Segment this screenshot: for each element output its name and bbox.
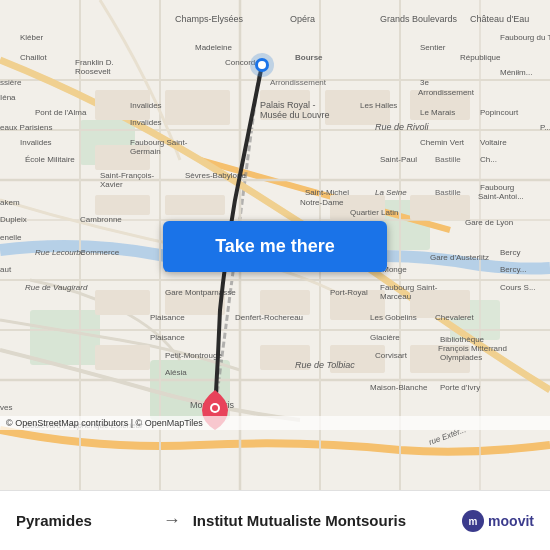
svg-text:École Militaire: École Militaire	[25, 155, 75, 164]
svg-text:Cours S...: Cours S...	[500, 283, 536, 292]
svg-rect-20	[165, 90, 230, 125]
svg-text:La Seine: La Seine	[375, 188, 407, 197]
svg-text:Bastille: Bastille	[435, 155, 461, 164]
svg-text:Cambronne: Cambronne	[80, 215, 122, 224]
svg-text:m: m	[469, 516, 478, 527]
svg-text:Bastille: Bastille	[435, 188, 461, 197]
svg-text:Chevaleret: Chevaleret	[435, 313, 474, 322]
svg-text:enelle: enelle	[0, 233, 22, 242]
attribution-text: © OpenStreetMap contributors | © OpenMap…	[6, 418, 203, 428]
svg-text:Rue de Vaugirard: Rue de Vaugirard	[25, 283, 88, 292]
svg-rect-25	[95, 195, 150, 215]
svg-text:Saint-Michel: Saint-Michel	[305, 188, 349, 197]
svg-rect-28	[410, 195, 470, 220]
take-me-there-button[interactable]: Take me there	[163, 221, 387, 272]
svg-text:Invalides: Invalides	[130, 118, 162, 127]
svg-text:Saint-Antoi...: Saint-Antoi...	[478, 192, 524, 201]
svg-text:Opéra: Opéra	[290, 14, 315, 24]
svg-text:Iéna: Iéna	[0, 93, 16, 102]
svg-text:Germain: Germain	[130, 147, 161, 156]
svg-rect-5	[30, 310, 100, 365]
svg-text:Voltaire: Voltaire	[480, 138, 507, 147]
svg-text:Plaisance: Plaisance	[150, 313, 185, 322]
svg-text:Le Marais: Le Marais	[420, 108, 455, 117]
svg-text:Bercy...: Bercy...	[500, 265, 527, 274]
svg-text:Popincourt: Popincourt	[480, 108, 519, 117]
svg-text:Kléber: Kléber	[20, 33, 43, 42]
svg-text:Plaisance: Plaisance	[150, 333, 185, 342]
svg-text:aut: aut	[0, 265, 12, 274]
svg-text:Palais Royal -: Palais Royal -	[260, 100, 316, 110]
svg-rect-29	[95, 290, 150, 315]
svg-text:Chaillot: Chaillot	[20, 53, 47, 62]
svg-text:Roosevelt: Roosevelt	[75, 67, 111, 76]
svg-rect-31	[260, 290, 310, 315]
moovit-logo-text: moovit	[488, 513, 534, 529]
svg-text:akem: akem	[0, 198, 20, 207]
svg-text:Gare de Lyon: Gare de Lyon	[465, 218, 513, 227]
svg-text:Denfert-Rochereau: Denfert-Rochereau	[235, 313, 303, 322]
svg-text:ves: ves	[0, 403, 12, 412]
svg-text:République: République	[460, 53, 501, 62]
svg-text:Les Gobelins: Les Gobelins	[370, 313, 417, 322]
svg-text:Saint-François-: Saint-François-	[100, 171, 155, 180]
svg-text:Grands Boulevards: Grands Boulevards	[380, 14, 458, 24]
svg-text:Madeleine: Madeleine	[195, 43, 232, 52]
svg-text:Bourse: Bourse	[295, 53, 323, 62]
svg-text:Commerce: Commerce	[80, 248, 120, 257]
svg-text:Sentier: Sentier	[420, 43, 446, 52]
svg-text:Porte d'Ivry: Porte d'Ivry	[440, 383, 480, 392]
svg-text:Musée du Louvre: Musée du Louvre	[260, 110, 330, 120]
svg-point-129	[258, 61, 266, 69]
svg-text:Bercy: Bercy	[500, 248, 520, 257]
svg-text:Les Halles: Les Halles	[360, 101, 397, 110]
svg-text:Dupleix: Dupleix	[0, 215, 27, 224]
station-to: Institut Mutualiste Montsouris	[193, 512, 462, 529]
svg-text:Faubourg Saint-: Faubourg Saint-	[380, 283, 438, 292]
svg-text:Arrondissement: Arrondissement	[270, 78, 327, 87]
take-me-there-overlay: Take me there	[163, 221, 387, 272]
svg-text:ssière: ssière	[0, 78, 22, 87]
svg-text:Arrondissement: Arrondissement	[418, 88, 475, 97]
svg-text:Bibliothèque: Bibliothèque	[440, 335, 485, 344]
svg-text:3e: 3e	[420, 78, 429, 87]
svg-point-132	[212, 405, 218, 411]
svg-text:Rue de Rivoli: Rue de Rivoli	[375, 122, 430, 132]
svg-text:Port-Royal: Port-Royal	[330, 288, 368, 297]
svg-text:Rue Lecourbe: Rue Lecourbe	[35, 248, 86, 257]
svg-text:Glacière: Glacière	[370, 333, 400, 342]
svg-text:Pont de l'Alma: Pont de l'Alma	[35, 108, 87, 117]
moovit-logo: m moovit	[462, 510, 534, 532]
map-container: Champs-Elysées Opéra Grands Boulevards C…	[0, 0, 550, 490]
svg-text:Notre-Dame: Notre-Dame	[300, 198, 344, 207]
svg-text:Corvisart: Corvisart	[375, 351, 408, 360]
station-from: Pyramides	[16, 512, 151, 529]
svg-text:eaux Parisiens: eaux Parisiens	[0, 123, 52, 132]
svg-text:Petit-Montrouge: Petit-Montrouge	[165, 351, 222, 360]
svg-text:François Mitterrand: François Mitterrand	[438, 344, 507, 353]
moovit-icon: m	[462, 510, 484, 532]
bottom-bar: Pyramides → Institut Mutualiste Montsour…	[0, 490, 550, 550]
arrow-icon: →	[163, 510, 181, 531]
svg-text:Franklin D.: Franklin D.	[75, 58, 114, 67]
svg-text:Invalides: Invalides	[130, 101, 162, 110]
svg-text:Quartier Latin: Quartier Latin	[350, 208, 398, 217]
svg-text:Gare d'Austerlitz: Gare d'Austerlitz	[430, 253, 489, 262]
svg-text:Rue de Tolbiac: Rue de Tolbiac	[295, 360, 355, 370]
svg-text:Faubourg Saint-: Faubourg Saint-	[130, 138, 188, 147]
svg-text:Maison-Blanche: Maison-Blanche	[370, 383, 428, 392]
svg-text:P...: P...	[540, 123, 550, 132]
svg-text:Chemin Vert: Chemin Vert	[420, 138, 465, 147]
svg-text:Alésia: Alésia	[165, 368, 187, 377]
svg-rect-34	[95, 345, 150, 370]
svg-text:Gare Montparnasse: Gare Montparnasse	[165, 288, 236, 297]
svg-text:Champs-Elysées: Champs-Elysées	[175, 14, 244, 24]
svg-text:Faubourg: Faubourg	[480, 183, 514, 192]
svg-rect-26	[165, 195, 225, 215]
svg-text:Olympiades: Olympiades	[440, 353, 482, 362]
map-attribution: © OpenStreetMap contributors | © OpenMap…	[0, 416, 550, 430]
svg-text:Xavier: Xavier	[100, 180, 123, 189]
svg-text:Faubourg du Temple: Faubourg du Temple	[500, 33, 550, 42]
svg-text:Saint-Paul: Saint-Paul	[380, 155, 417, 164]
svg-text:Invalides: Invalides	[20, 138, 52, 147]
